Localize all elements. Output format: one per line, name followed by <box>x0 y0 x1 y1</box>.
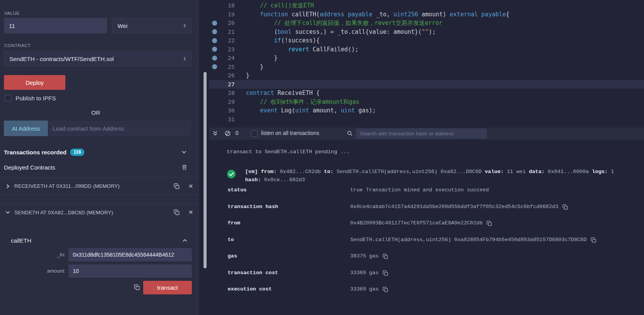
code-line[interactable]: // 收到eth事件，记录amount和gas <box>246 98 360 107</box>
editor-line[interactable]: 28contract ReceiveETH { <box>209 89 644 98</box>
code-line[interactable]: revert CallFailed(); <box>246 45 358 54</box>
copy-icon[interactable] <box>174 209 180 215</box>
log-field-label: value: <box>485 169 504 175</box>
copy-icon[interactable] <box>174 183 180 189</box>
chevron-down-icon[interactable] <box>5 210 11 215</box>
breakpoint-dot-gutter[interactable] <box>209 38 220 43</box>
success-check-icon <box>227 170 236 178</box>
param-amount-input[interactable] <box>68 264 192 278</box>
param-to-row: _to: <box>0 248 199 261</box>
chevron-down-icon[interactable] <box>181 149 187 155</box>
deploy-button[interactable]: Deploy <box>4 75 65 90</box>
transactions-recorded-label: Transactions recorded <box>4 149 67 156</box>
editor-terminal-area: 18 // call()发送ETH19 function callETH(add… <box>209 0 644 315</box>
breakpoint-dot-gutter[interactable] <box>209 29 220 34</box>
editor-line[interactable]: 18 // call()发送ETH <box>209 1 644 10</box>
editor-line[interactable]: 26} <box>209 71 644 80</box>
transact-button[interactable]: transact <box>143 281 192 294</box>
line-number: 30 <box>220 106 235 115</box>
line-number: 25 <box>220 63 235 72</box>
code-line[interactable]: contract ReceiveETH { <box>246 89 320 98</box>
line-number: 21 <box>220 28 235 37</box>
deployed-contracts-label: Deployed Contracts <box>4 164 55 171</box>
chevron-up-icon[interactable] <box>182 238 188 243</box>
copy-icon[interactable] <box>486 220 492 226</box>
editor-line[interactable]: 27 <box>209 80 644 89</box>
listen-all-transactions-checkbox[interactable] <box>251 130 258 137</box>
row-key: transaction cost <box>228 270 350 276</box>
editor-line[interactable]: 24 } <box>209 54 644 63</box>
contract-instance-receiveeth[interactable]: RECEIVEETH AT 0X311...099DD (MEMORY) ✕ <box>0 177 199 195</box>
code-line[interactable]: function callETH(address payable _to, ui… <box>246 10 509 19</box>
panel-splitter[interactable] <box>199 0 209 315</box>
copy-icon[interactable] <box>591 237 597 243</box>
code-line[interactable]: event Log(uint amount, uint gas); <box>246 106 376 115</box>
trash-icon[interactable] <box>181 164 188 170</box>
terminal-search-input[interactable] <box>356 128 487 139</box>
code-line[interactable]: // call()发送ETH <box>246 1 314 10</box>
param-to-label: _to: <box>0 248 65 261</box>
copy-icon[interactable] <box>383 254 388 259</box>
code-line[interactable]: } <box>246 54 277 63</box>
log-field-label: [vm] <box>245 169 258 175</box>
terminal-table-row: gas38375 gas <box>228 253 640 270</box>
line-number: 29 <box>220 98 235 107</box>
log-field-value: 11 wei <box>504 169 529 175</box>
param-amount-row: amount: <box>0 264 199 278</box>
breakpoint-dot-gutter[interactable] <box>209 64 220 69</box>
transact-row: transact <box>0 281 199 295</box>
clear-console-icon[interactable] <box>225 130 231 136</box>
contract-instance-sendeth[interactable]: SENDETH AT 0XA82...D8C6D (MEMORY) ✕ <box>0 203 199 221</box>
row-key: execution cost <box>228 286 350 292</box>
transactions-recorded-row[interactable]: Transactions recorded 116 <box>4 147 191 157</box>
copy-icon[interactable] <box>134 284 140 290</box>
value-unit-select[interactable]: Wei <box>112 18 191 33</box>
line-number: 22 <box>220 36 235 45</box>
copy-icon[interactable] <box>562 204 568 210</box>
log-field-label: data: <box>529 169 545 175</box>
contract-select[interactable]: SendETH - contracts/WTF/SendETH.sol <box>4 51 191 66</box>
transaction-log-summary[interactable]: [vm] from: 0x4B2...C02db to: SendETH.cal… <box>245 168 625 184</box>
editor-line[interactable]: 22 if(!success){ <box>209 36 644 45</box>
code-editor[interactable]: 18 // call()发送ETH19 function callETH(add… <box>209 0 644 128</box>
line-number: 23 <box>220 45 235 54</box>
publish-ipfs-row: Publish to IPFS <box>5 95 56 102</box>
line-number: 19 <box>220 10 235 19</box>
expand-terminal-icon[interactable] <box>212 130 218 136</box>
log-field-value: 0x4B2...C02db <box>277 169 324 175</box>
terminal[interactable]: transact to SendETH.callETH pending ... … <box>209 140 644 315</box>
row-value-text: 38375 gas <box>350 253 379 259</box>
code-line[interactable]: } <box>246 71 249 80</box>
editor-line[interactable]: 19 function callETH(address payable _to,… <box>209 10 644 19</box>
breakpoint-dot-gutter[interactable] <box>209 56 220 61</box>
editor-line[interactable]: 23 revert CallFailed(); <box>209 45 644 54</box>
publish-ipfs-checkbox[interactable] <box>5 95 11 102</box>
editor-line[interactable]: 25 } <box>209 63 644 72</box>
pending-transaction-line: transact to SendETH.callETH pending ... <box>227 149 353 155</box>
line-number: 26 <box>220 71 235 80</box>
editor-line[interactable]: 31 <box>209 115 644 124</box>
code-line[interactable]: } <box>246 63 263 72</box>
copy-icon[interactable] <box>383 287 388 292</box>
chevron-right-icon[interactable] <box>5 184 11 189</box>
code-line[interactable]: if(!success){ <box>246 36 320 45</box>
breakpoint-dot-icon <box>212 38 217 43</box>
close-icon[interactable]: ✕ <box>188 183 193 190</box>
code-line[interactable]: // 处理下call的返回值，如果失败，revert交易并发送error <box>246 19 442 28</box>
breakpoint-dot-gutter[interactable] <box>209 21 220 26</box>
editor-line[interactable]: 21 (bool success,) = _to.call{value: amo… <box>209 28 644 37</box>
code-line[interactable]: (bool success,) = _to.call{value: amount… <box>246 28 436 37</box>
editor-line[interactable]: 30 event Log(uint amount, uint gas); <box>209 106 644 115</box>
editor-line[interactable]: 29 // 收到eth事件，记录amount和gas <box>209 98 644 107</box>
copy-icon[interactable] <box>383 270 388 276</box>
param-to-input[interactable] <box>68 248 192 261</box>
value-input[interactable] <box>4 18 107 33</box>
at-address-button[interactable]: At Address <box>4 121 48 136</box>
scrollbar-thumb[interactable] <box>204 72 207 268</box>
at-address-input[interactable] <box>48 121 191 136</box>
breakpoint-dot-gutter[interactable] <box>209 47 220 52</box>
editor-lines: 18 // call()发送ETH19 function callETH(add… <box>209 1 644 124</box>
function-header-row[interactable]: callETH <box>11 236 191 245</box>
editor-line[interactable]: 20 // 处理下call的返回值，如果失败，revert交易并发送error <box>209 19 644 28</box>
close-icon[interactable]: ✕ <box>188 209 193 216</box>
